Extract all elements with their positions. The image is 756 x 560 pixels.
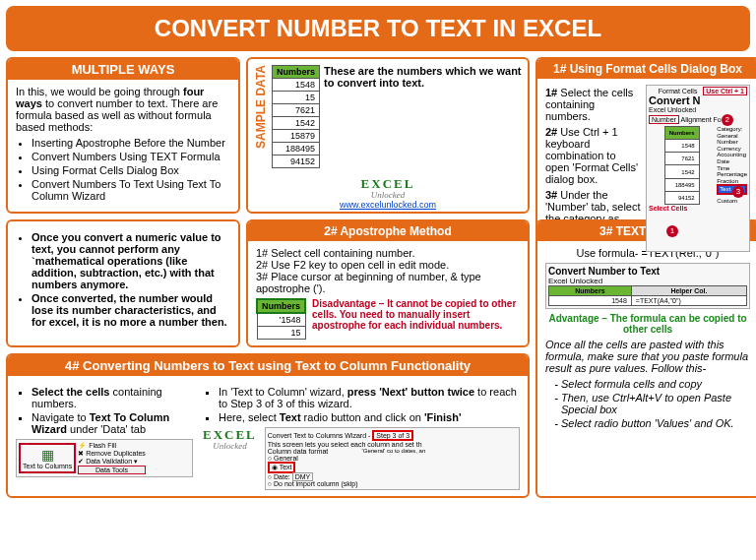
apos-disadvantage: Disadvantage – It cannot be copied to ot… <box>312 298 520 340</box>
card-notes: Once you convert a numeric value to text… <box>6 219 240 347</box>
list-item: Select formula cells and copy <box>561 378 750 390</box>
card-multiple-ways: MULTIPLE WAYS In this, we would be going… <box>6 57 240 214</box>
multiple-list: Inserting Apostrophe Before the Number C… <box>16 137 230 202</box>
sample-caption: These are the numbers which we want to c… <box>324 65 522 89</box>
multiple-intro: In this, we would be going through four … <box>16 86 218 133</box>
header-t2c: 4# Converting Numbers to Text using Text… <box>8 355 528 376</box>
wizard-thumb: Convert Text to Columns Wizard - Step 3 … <box>265 427 520 490</box>
note-item: Once you convert a numeric value to text… <box>32 231 230 290</box>
list-item: Using Format Cells Dialog Box <box>32 164 230 176</box>
sample-label: SAMPLE DATA <box>254 65 268 149</box>
main-title: CONVERT NUMBER TO TEXT IN EXCEL <box>6 6 750 51</box>
header-format-cells: 1# Using Format Cells Dialog Box <box>537 59 756 79</box>
logo-block-2: EXCEL Unlocked <box>203 427 257 451</box>
textf-advantage: Advantage – The formula can be copied to… <box>545 313 750 335</box>
list-item: Select radio button 'Values' and OK. <box>561 417 750 429</box>
list-item: Convert Numbers Using TEXT Formula <box>32 151 230 162</box>
list-item: Convert Numbers To Text Using Text To Co… <box>32 178 230 202</box>
card-apostrophe: 2# Apostrophe Method 1# Select cell cont… <box>246 219 530 347</box>
header-multiple: MULTIPLE WAYS <box>8 59 238 80</box>
note-item: Once converted, the number would lose it… <box>32 292 230 328</box>
list-item: Inserting Apostrophe Before the Number <box>32 137 230 149</box>
apos-thumb: Numbers '1548 15 <box>256 298 306 340</box>
format-cells-thumb: Format Cells Use Ctrl + 1 Convert N Exce… <box>646 85 750 252</box>
list-item: Then, use Ctrl+Alt+V to open Paste Speci… <box>561 392 750 415</box>
sample-table: Numbers 1548 15 7621 1542 15879 188495 9… <box>272 65 320 168</box>
card-text-formula: 3# TEXT Formula Use formula- =TEXT(Ref.,… <box>536 219 756 498</box>
card-text-to-column: 4# Converting Numbers to Text using Text… <box>6 353 530 498</box>
logo-block: EXCEL Unlocked www.excelunlocked.com <box>340 176 436 210</box>
ribbon-thumb: ▦ Text to Columns ⚡ Flash Fill ✖ Remove … <box>16 439 193 477</box>
header-apostrophe: 2# Apostrophe Method <box>248 221 528 241</box>
textf-thumb: Convert Number to Text Excel Unlocked Nu… <box>545 263 750 309</box>
